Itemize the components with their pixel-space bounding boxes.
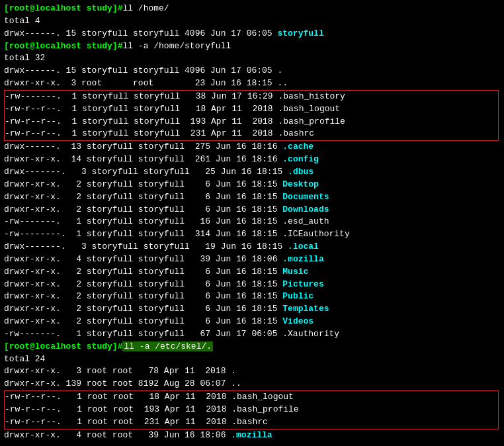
- boxed-line-3: -rw-r--r--. 1 storyfull storyfull 193 Ap…: [5, 116, 498, 128]
- boxed-line-2: -rw-r--r--. 1 storyfull storyfull 18 Apr…: [5, 103, 498, 116]
- line-xauth: -rw-------. 1 storyfull storyfull 67 Jun…: [4, 328, 500, 341]
- line-1: [root@localhost study]#ll /home/: [4, 3, 500, 15]
- line-public: drwxr-xr-x. 2 storyfull storyfull 6 Jun …: [4, 290, 500, 303]
- line-local: drwx-------. 3 storyfull storyfull 19 Ju…: [4, 241, 500, 253]
- line-documents: drwxr-xr-x. 2 storyfull storyfull 6 Jun …: [4, 191, 500, 204]
- line-mozilla: drwxr-xr-x. 4 storyfull storyfull 39 Jun…: [4, 253, 500, 266]
- line-downloads: drwxr-xr-x. 2 storyfull storyfull 6 Jun …: [4, 204, 500, 216]
- line-ice: -rw--------. 1 storyfull storyfull 314 J…: [4, 228, 500, 241]
- boxed-line-1: -rw-------. 1 storyfull storyfull 38 Jun…: [5, 91, 498, 103]
- line-5: total 32: [4, 52, 500, 65]
- prompt-2: [root@localhost study]#: [4, 41, 122, 51]
- line-total2: total 24: [4, 353, 500, 366]
- line-skel-dotdot: drwxr-xr-x. 139 root root 8192 Aug 28 06…: [4, 378, 500, 390]
- prompt-3: [root@localhost study]#: [4, 341, 122, 351]
- line-desktop: drwxr-xr-x. 2 storyfull storyfull 6 Jun …: [4, 179, 500, 191]
- line-7: drwxr-xr-x. 3 root root 23 Jun 16 18:15 …: [4, 77, 500, 90]
- boxed-line-4: -rw-r--r--. 1 storyfull storyfull 231 Ap…: [5, 128, 498, 140]
- line-skel-dot: drwxr-xr-x. 3 root root 78 Apr 11 2018 .: [4, 365, 500, 378]
- line-3: drwx------. 15 storyfull storyfull 4096 …: [4, 28, 500, 40]
- line-pictures: drwxr-xr-x. 2 storyfull storyfull 6 Jun …: [4, 279, 500, 291]
- line-cache: drwx------. 13 storyfull storyfull 275 J…: [4, 141, 500, 154]
- line-music: drwxr-xr-x. 2 storyfull storyfull 6 Jun …: [4, 266, 500, 279]
- line-6: drwx------. 15 storyfull storyfull 4096 …: [4, 65, 500, 77]
- line-prompt3: [root@localhost study]#ll -a /etc/skel/.: [4, 341, 500, 353]
- line-4: [root@localhost study]#ll -a /home/story…: [4, 40, 500, 53]
- terminal: [root@localhost study]#ll /home/ total 4…: [4, 3, 500, 442]
- red-box-1: -rw-------. 1 storyfull storyfull 38 Jun…: [4, 90, 499, 141]
- red-box-2: -rw-r--r--. 1 root root 18 Apr 11 2018 .…: [4, 390, 499, 429]
- line-esd: -rw-------. 1 storyfull storyfull 16 Jun…: [4, 216, 500, 228]
- line-dbus: drwx-------. 3 storyfull storyfull 25 Ju…: [4, 166, 500, 179]
- line-templates: drwxr-xr-x. 2 storyfull storyfull 6 Jun …: [4, 303, 500, 316]
- line-videos: drwxr-xr-x. 2 storyfull storyfull 6 Jun …: [4, 316, 500, 328]
- line-config: drwxr-xr-x. 14 storyfull storyfull 261 J…: [4, 154, 500, 166]
- cmd-3: ll -a /etc/skel/.: [122, 341, 213, 351]
- cmd-1: ll /home/: [122, 3, 169, 13]
- prompt-1: [root@localhost study]#: [4, 3, 122, 13]
- boxed2-line-2: -rw-r--r--. 1 root root 193 Apr 11 2018 …: [5, 404, 498, 416]
- line-2: total 4: [4, 15, 500, 28]
- boxed2-line-1: -rw-r--r--. 1 root root 18 Apr 11 2018 .…: [5, 391, 498, 404]
- line-mozilla-root: drwxr-xr-x. 4 root root 39 Jun 16 18:06 …: [4, 429, 500, 442]
- cmd-2: ll -a /home/storyfull: [122, 41, 231, 51]
- boxed2-line-3: -rw-r--r--. 1 root root 231 Apr 11 2018 …: [5, 416, 498, 429]
